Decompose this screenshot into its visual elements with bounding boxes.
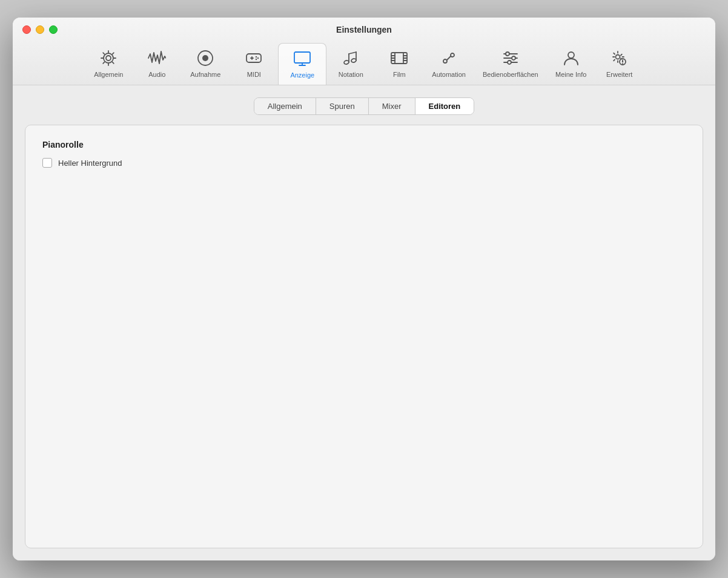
svg-point-35 <box>508 61 511 64</box>
toolbar-label-midi: MIDI <box>247 71 261 78</box>
svg-point-39 <box>622 61 623 62</box>
toolbar-item-aufnahme[interactable]: Aufnahme <box>181 43 230 84</box>
svg-rect-4 <box>247 54 261 62</box>
heller-hintergrund-label: Heller Hintergrund <box>58 159 122 168</box>
music-notes-icon <box>340 48 361 68</box>
maximize-button[interactable] <box>49 25 58 34</box>
window-controls <box>22 25 58 34</box>
svg-point-1 <box>104 53 113 63</box>
toolbar-label-anzeige: Anzeige <box>290 71 314 79</box>
svg-rect-10 <box>294 52 310 63</box>
subtab-group: Allgemein Spuren Mixer Editoren <box>254 97 475 115</box>
svg-point-9 <box>256 59 257 60</box>
toolbar-label-film: Film <box>393 71 406 78</box>
subtab-mixer[interactable]: Mixer <box>369 98 415 114</box>
panel: Pianorolle Heller Hintergrund <box>25 125 703 548</box>
toolbar-item-film[interactable]: Film <box>375 43 423 84</box>
toolbar-label-meine-info: Meine Info <box>555 71 586 78</box>
subtab-spuren[interactable]: Spuren <box>316 98 369 114</box>
svg-point-33 <box>506 52 509 56</box>
title-bar: Einstellungen Allgemein <box>13 18 715 85</box>
subtabs: Allgemein Spuren Mixer Editoren <box>25 97 703 115</box>
svg-point-7 <box>256 56 257 57</box>
minimize-button[interactable] <box>36 25 44 34</box>
toolbar-item-notation[interactable]: Notation <box>326 43 375 84</box>
checkbox-row: Heller Hintergrund <box>42 158 686 168</box>
close-button[interactable] <box>22 25 31 34</box>
svg-point-27 <box>443 59 447 63</box>
gear-advanced-icon <box>609 48 630 68</box>
toolbar-item-meine-info[interactable]: Meine Info <box>547 43 595 84</box>
toolbar-item-allgemein[interactable]: Allgemein <box>84 43 133 84</box>
toolbar-item-anzeige[interactable]: Anzeige <box>278 43 326 85</box>
waveform-icon <box>147 48 167 68</box>
toolbar-label-allgemein: Allgemein <box>94 71 123 78</box>
toolbar-label-audio: Audio <box>148 71 165 78</box>
gear-icon <box>98 48 119 68</box>
gamepad-icon <box>243 48 264 68</box>
svg-point-34 <box>512 56 515 60</box>
svg-point-37 <box>615 55 620 59</box>
svg-point-0 <box>106 56 111 61</box>
toolbar-label-notation: Notation <box>339 71 363 78</box>
heller-hintergrund-checkbox[interactable] <box>42 158 52 168</box>
svg-line-17 <box>349 52 356 54</box>
toolbar-item-midi[interactable]: MIDI <box>230 43 278 84</box>
svg-point-36 <box>568 52 574 58</box>
toolbar: Allgemein Audio Aufna <box>22 41 706 85</box>
toolbar-item-erweitert[interactable]: Erweitert <box>595 43 644 84</box>
person-icon <box>561 48 581 68</box>
automation-icon <box>438 48 459 68</box>
main-window: Einstellungen Allgemein <box>13 18 715 560</box>
toolbar-item-automation[interactable]: Automation <box>423 43 474 84</box>
toolbar-item-bedienoberflaechen[interactable]: Bedienoberflächen <box>474 43 547 84</box>
sliders-icon <box>500 48 521 68</box>
toolbar-label-bedienoberflaechen: Bedienoberflächen <box>483 71 538 78</box>
film-icon <box>389 48 409 68</box>
svg-point-8 <box>257 57 259 59</box>
svg-line-29 <box>447 56 451 60</box>
section-title: Pianorolle <box>42 140 686 149</box>
monitor-icon <box>292 48 313 69</box>
svg-point-3 <box>202 55 208 61</box>
window-title: Einstellungen <box>336 25 392 34</box>
svg-point-28 <box>451 53 454 57</box>
subtab-allgemein[interactable]: Allgemein <box>254 98 316 114</box>
record-icon <box>195 48 216 68</box>
toolbar-label-erweitert: Erweitert <box>606 71 632 78</box>
subtab-editoren[interactable]: Editoren <box>415 98 474 114</box>
toolbar-label-automation: Automation <box>432 71 466 78</box>
toolbar-item-audio[interactable]: Audio <box>133 43 181 84</box>
toolbar-label-aufnahme: Aufnahme <box>190 71 220 78</box>
content-area: Allgemein Spuren Mixer Editoren Pianorol… <box>13 85 715 560</box>
